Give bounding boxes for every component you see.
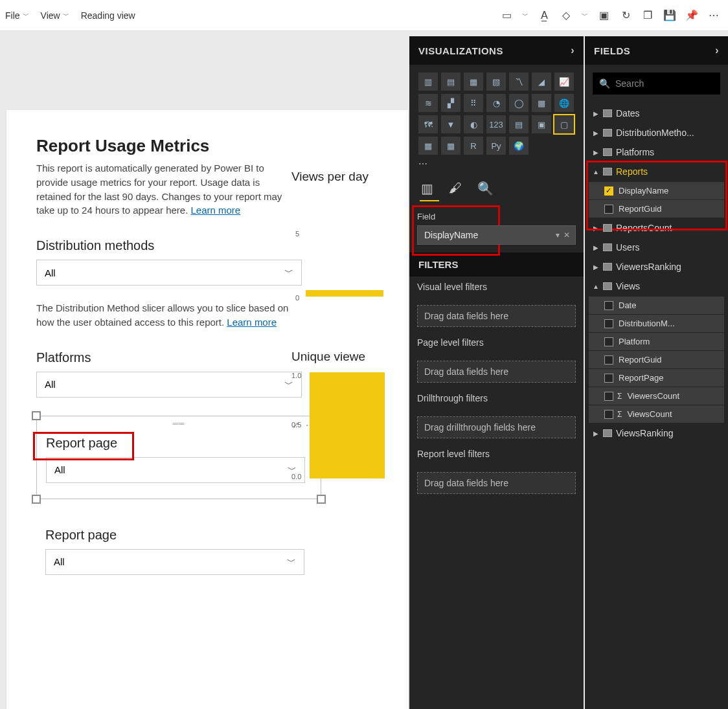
table-platforms[interactable]: ▶Platforms	[589, 142, 724, 162]
views-per-day-title: Views per day	[291, 170, 369, 184]
view-menu[interactable]: View﹀	[41, 10, 69, 21]
line-column-icon[interactable]: 📈	[554, 73, 574, 91]
file-menu[interactable]: File﹀	[5, 10, 29, 21]
resize-handle[interactable]	[317, 495, 326, 504]
clustered-bar-icon[interactable]: ▤	[441, 73, 461, 91]
fields-search[interactable]: 🔍 Search	[593, 73, 720, 95]
table-icon	[603, 109, 612, 117]
stacked-bar-icon[interactable]: ▥	[418, 73, 438, 91]
py-visual-icon[interactable]: Py	[486, 137, 506, 155]
treemap-icon[interactable]: ▦	[532, 94, 551, 112]
axis-tick: 0.0	[291, 473, 301, 480]
remove-field-icon[interactable]: ✕	[563, 231, 570, 240]
visual-filters-dropzone[interactable]: Drag data fields here	[417, 305, 576, 327]
donut-icon[interactable]: ◯	[509, 94, 529, 112]
chevron-down-icon[interactable]: ▾	[556, 231, 560, 240]
table-icon	[603, 282, 612, 290]
drag-handle-icon[interactable]: ══	[172, 419, 185, 428]
field-reportguid[interactable]: ReportGuid	[589, 200, 724, 218]
checkbox-icon[interactable]	[604, 301, 613, 310]
stacked-column-icon[interactable]: ▦	[464, 73, 483, 91]
kpi-icon[interactable]: ▣	[532, 115, 551, 133]
page-description: This report is automatically generated b…	[36, 161, 295, 218]
pie-icon[interactable]: ◔	[486, 94, 506, 112]
table-icon	[603, 224, 612, 232]
table-reportscount[interactable]: ▶ReportsCount	[589, 218, 724, 238]
fields-tab-icon[interactable]: ▥	[421, 181, 433, 196]
checkbox-icon[interactable]	[604, 410, 613, 419]
field-views-reportguid[interactable]: ReportGuid	[589, 351, 724, 368]
field-views-date[interactable]: Date	[589, 297, 724, 314]
r-visual-icon[interactable]: R	[464, 137, 483, 155]
area-chart-icon[interactable]: ◢	[532, 73, 551, 91]
slicer-icon[interactable]: ▢	[554, 115, 574, 133]
matrix-icon[interactable]: ▦	[441, 137, 461, 155]
checkbox-icon[interactable]	[604, 392, 613, 401]
distribution-slicer[interactable]: All﹀	[36, 260, 302, 286]
checkbox-icon[interactable]	[604, 337, 613, 346]
scatter-icon[interactable]: ⠿	[464, 94, 483, 112]
checkbox-icon[interactable]	[604, 319, 613, 328]
more-icon[interactable]: ⋯	[707, 9, 720, 22]
platforms-slicer[interactable]: All﹀	[36, 372, 302, 398]
report-page-select-2[interactable]: All﹀	[45, 549, 304, 575]
visualizations-header[interactable]: VISUALIZATIONS ›	[409, 36, 584, 65]
field-views-viewscount[interactable]: ΣViewsCount	[589, 405, 724, 423]
table-viewersranking[interactable]: ▶ViewersRanking	[589, 257, 724, 276]
analytics-tab-icon[interactable]: 🔍	[477, 181, 494, 196]
learn-more-link-2[interactable]: Learn more	[227, 317, 277, 328]
duplicate-icon[interactable]: ❐	[641, 9, 654, 22]
shapes-icon[interactable]: ◇	[560, 9, 573, 22]
table-icon	[603, 168, 612, 175]
page-level-filters-label: Page level filters	[409, 332, 584, 353]
report-filters-dropzone[interactable]: Drag data fields here	[417, 472, 576, 494]
report-page-title-2: Report page	[45, 528, 382, 543]
field-views-platform[interactable]: Platform	[589, 333, 724, 350]
more-visuals-icon[interactable]: ⋯	[409, 159, 584, 174]
map-icon[interactable]: 🌐	[554, 94, 574, 112]
field-views-viewerscount[interactable]: ΣViewersCount	[589, 387, 724, 405]
field-views-distm[interactable]: DistributionM...	[589, 315, 724, 332]
resize-handle[interactable]	[32, 411, 41, 420]
checkbox-icon[interactable]	[604, 374, 613, 383]
report-page-slicer-visual[interactable]: ══ ⤢⋯ Report page All﹀	[36, 416, 321, 499]
learn-more-link[interactable]: Learn more	[191, 205, 241, 216]
table-viewsranking[interactable]: ▶ViewsRanking	[589, 423, 724, 443]
save-icon[interactable]: 💾	[663, 9, 676, 22]
table-icon[interactable]: ▦	[418, 137, 438, 155]
drillthrough-dropzone[interactable]: Drag drillthrough fields here	[417, 416, 576, 438]
report-page-select[interactable]: All﹀	[46, 457, 305, 483]
table-dates[interactable]: ▶Dates	[589, 104, 724, 123]
refresh-icon[interactable]: ↻	[619, 9, 632, 22]
text-icon[interactable]: A̲	[538, 9, 551, 22]
checkbox-icon[interactable]	[604, 205, 613, 214]
table-users[interactable]: ▶Users	[589, 238, 724, 257]
clustered-column-icon[interactable]: ▧	[486, 73, 506, 91]
card-icon[interactable]: 123	[486, 115, 506, 133]
reading-view-button[interactable]: Reading view	[81, 10, 135, 21]
arcgis-icon[interactable]: 🌍	[509, 137, 529, 155]
checkbox-checked-icon[interactable]	[604, 186, 613, 196]
gauge-icon[interactable]: ◐	[464, 115, 483, 133]
ribbon-icon[interactable]: ≋	[418, 94, 438, 112]
pin-icon[interactable]: 📌	[685, 9, 698, 22]
report-page-slicer-title: Report page	[46, 436, 312, 451]
checkbox-icon[interactable]	[604, 355, 613, 365]
visual-icon[interactable]: ▣	[597, 9, 610, 22]
field-chip-displayname[interactable]: DisplayName ▾✕	[417, 225, 576, 245]
format-tab-icon[interactable]: 🖌	[449, 181, 462, 196]
page-filters-dropzone[interactable]: Drag data fields here	[417, 361, 576, 383]
table-views[interactable]: ▲Views	[589, 276, 724, 296]
field-displayname[interactable]: DisplayName	[589, 182, 724, 199]
fields-header[interactable]: FIELDS ›	[585, 36, 728, 65]
line-chart-icon[interactable]: 〽	[509, 73, 529, 91]
table-reports[interactable]: ▲Reports	[589, 162, 724, 181]
multi-card-icon[interactable]: ▤	[509, 115, 529, 133]
funnel-icon[interactable]: ▼	[441, 115, 461, 133]
resize-handle[interactable]	[32, 495, 41, 504]
table-distributionmethods[interactable]: ▶DistributionMetho...	[589, 123, 724, 142]
filled-map-icon[interactable]: 🗺	[418, 115, 438, 133]
field-views-reportpage[interactable]: ReportPage	[589, 369, 724, 387]
explore-icon[interactable]: ▭	[500, 9, 513, 22]
waterfall-icon[interactable]: ▞	[441, 94, 461, 112]
